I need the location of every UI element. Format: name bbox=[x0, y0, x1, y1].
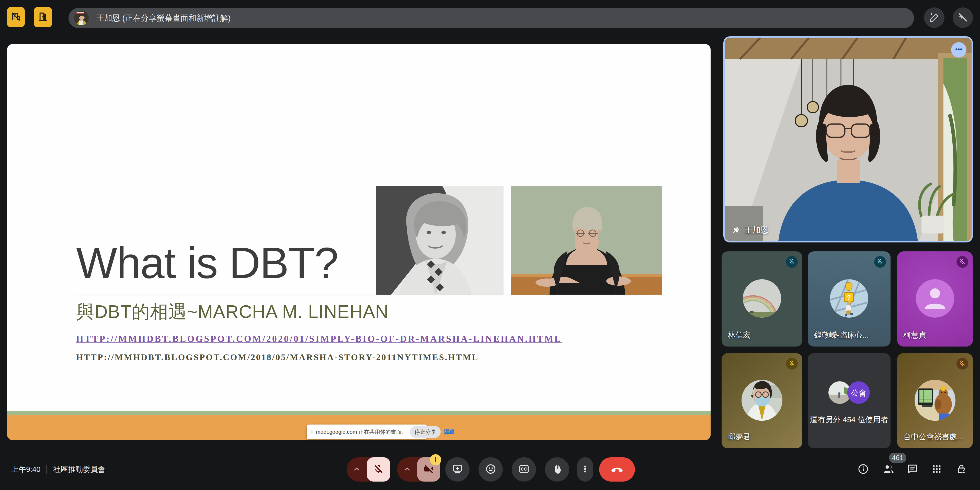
org-badge-text: 公會 bbox=[851, 389, 866, 397]
avatar bbox=[915, 380, 955, 422]
participant-name: 邱夢君 bbox=[728, 432, 751, 442]
shared-screen-slide: What is DBT? bbox=[7, 44, 711, 440]
info-icon bbox=[857, 463, 869, 476]
svg-text:?: ? bbox=[847, 294, 851, 301]
main-tile-name-chip: 王加恩 bbox=[731, 225, 768, 236]
bottom-control-bar: 上午9:40 社區推動委員會 ! bbox=[0, 449, 980, 490]
mic-muted-badge bbox=[956, 256, 968, 268]
raised-hand-icon bbox=[551, 463, 563, 476]
present-screen-button[interactable] bbox=[445, 457, 469, 482]
slide-title: What is DBT? bbox=[76, 238, 338, 288]
slide-subtitle: 與DBT的相遇~MARCHA M. LINEHAN bbox=[76, 300, 388, 324]
mic-off-icon bbox=[373, 463, 385, 476]
annotate-button[interactable] bbox=[924, 7, 945, 28]
slide-hyperlink-1[interactable]: HTTP://MMHDBT.BLOGSPOT.COM/2020/01/SIMPL… bbox=[76, 334, 562, 344]
divider bbox=[46, 465, 47, 474]
mic-off-icon bbox=[788, 359, 795, 368]
mic-muted-badge bbox=[786, 358, 798, 370]
mic-off-icon bbox=[877, 258, 884, 266]
raise-hand-button[interactable] bbox=[545, 457, 569, 482]
overflow-participants-tile[interactable]: 公會 還有另外 454 位使用者 bbox=[808, 353, 891, 449]
mic-muted-badge bbox=[786, 256, 798, 268]
slide-divider-line bbox=[76, 295, 651, 295]
effects-off-button[interactable] bbox=[953, 7, 973, 28]
host-controls-button[interactable] bbox=[951, 460, 971, 479]
mic-options-chevron[interactable] bbox=[347, 457, 367, 482]
stop-sharing-button[interactable]: 停止分享 bbox=[410, 426, 441, 438]
clock-time: 上午9:40 bbox=[11, 464, 40, 475]
participants-count-badge: 461 bbox=[889, 453, 906, 463]
lock-person-icon bbox=[955, 463, 967, 476]
main-video-tile[interactable]: 王加恩 bbox=[723, 36, 973, 243]
chat-button[interactable] bbox=[903, 460, 922, 479]
camera-control-group: ! bbox=[397, 457, 440, 482]
more-options-button[interactable] bbox=[577, 457, 593, 482]
emoji-smile-icon bbox=[485, 463, 496, 476]
open-door-icon bbox=[38, 11, 48, 23]
participant-name: 魏敬嶸-臨床心... bbox=[814, 330, 869, 340]
main-tile-name: 王加恩 bbox=[745, 225, 768, 236]
overflow-count-label: 還有另外 454 位使用者 bbox=[810, 415, 888, 425]
participant-name: 柯慧貞 bbox=[903, 330, 926, 340]
no-background-extension-button[interactable] bbox=[7, 7, 25, 27]
chevron-up-icon bbox=[402, 464, 412, 475]
share-bar-message: meet.google.com 正在共用你的畫面。 bbox=[316, 428, 407, 436]
chevron-up-icon bbox=[352, 464, 362, 475]
camera-off-icon bbox=[423, 463, 434, 476]
sparkle-off-icon bbox=[957, 11, 969, 24]
participant-name: 台中公會祕書處... bbox=[903, 432, 963, 442]
activities-button[interactable] bbox=[927, 460, 947, 479]
mic-off-icon bbox=[959, 359, 966, 368]
mic-muted-badge bbox=[956, 358, 968, 370]
presenter-status-pill[interactable]: 王加恩 (正在分享螢幕畫面和新增註解) bbox=[68, 8, 914, 28]
mic-mute-button[interactable] bbox=[367, 457, 390, 482]
call-end-icon bbox=[610, 462, 624, 477]
slide-photo-linehan-older bbox=[511, 186, 662, 295]
reactions-button[interactable] bbox=[479, 457, 503, 482]
leave-call-button[interactable] bbox=[599, 457, 635, 482]
participant-tile[interactable]: 台中公會祕書處... bbox=[897, 353, 973, 449]
call-controls: ! bbox=[347, 457, 635, 482]
pin-icon bbox=[731, 225, 740, 235]
tile-options-button[interactable] bbox=[951, 42, 966, 57]
grid-apps-icon bbox=[931, 463, 943, 476]
chat-icon bbox=[907, 463, 918, 476]
slide-green-strip bbox=[7, 411, 711, 415]
avatar bbox=[741, 380, 783, 422]
camera-options-chevron[interactable] bbox=[397, 457, 417, 482]
more-horizontal-icon bbox=[954, 44, 964, 56]
mic-off-icon bbox=[959, 258, 966, 266]
closed-captions-icon bbox=[518, 463, 530, 476]
avatar bbox=[743, 279, 781, 319]
mic-control-group bbox=[347, 457, 390, 482]
participant-tile[interactable]: 柯慧貞 bbox=[897, 251, 973, 346]
meeting-details-button[interactable] bbox=[853, 460, 873, 479]
overflow-avatar-org: 公會 bbox=[847, 381, 870, 404]
slide-hyperlink-2: HTTP://MMHDBT.BLOGSPOT.COM/2018/05/MARSH… bbox=[76, 353, 479, 362]
participant-tile[interactable]: 邱夢君 bbox=[722, 353, 802, 449]
people-icon bbox=[883, 463, 895, 476]
avatar: ? bbox=[830, 279, 868, 319]
present-screen-icon bbox=[452, 463, 463, 476]
main-video-feed bbox=[725, 38, 972, 241]
captions-button[interactable] bbox=[512, 457, 536, 482]
drag-grip-icon[interactable]: ‖ bbox=[310, 428, 313, 436]
door-exit-extension-button[interactable] bbox=[34, 7, 52, 27]
overflow-avatars: 公會 bbox=[829, 381, 870, 404]
participant-tile[interactable]: ? 魏敬嶸-臨床心... bbox=[808, 251, 891, 346]
hide-share-bar-link[interactable]: 隱藏 bbox=[444, 428, 455, 436]
avatar bbox=[916, 279, 954, 319]
presenter-avatar bbox=[74, 11, 89, 25]
meeting-info: 上午9:40 社區推動委員會 bbox=[11, 449, 105, 490]
building-slash-icon bbox=[11, 11, 21, 23]
mic-muted-badge bbox=[874, 256, 886, 268]
browser-share-bar: ‖ meet.google.com 正在共用你的畫面。 停止分享 隱藏 bbox=[307, 425, 427, 439]
more-vertical-icon bbox=[580, 464, 590, 476]
camera-warning-badge[interactable]: ! bbox=[430, 454, 441, 466]
participant-name: 林信宏 bbox=[728, 330, 751, 340]
presenter-status-label: 王加恩 (正在分享螢幕畫面和新增註解) bbox=[96, 13, 231, 24]
pencil-sparkle-icon bbox=[929, 11, 940, 24]
mic-off-icon bbox=[788, 258, 795, 266]
participant-tile[interactable]: 林信宏 bbox=[722, 251, 802, 346]
slide-photo-linehan-young bbox=[376, 186, 504, 295]
